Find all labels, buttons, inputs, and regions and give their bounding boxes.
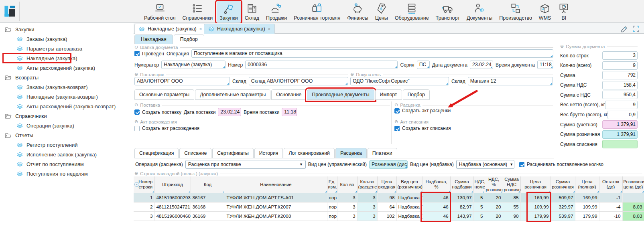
grid-cell[interactable] bbox=[622, 193, 644, 202]
grid-cell[interactable]: 36169 bbox=[191, 211, 225, 221]
toolbar-item-directories[interactable]: Справочники bbox=[179, 1, 215, 22]
grid-cell[interactable]: 36167 bbox=[191, 193, 225, 202]
grid-column-header[interactable]: НДС, % розничный bbox=[485, 176, 503, 193]
doc-date-field[interactable]: 23.02.24 bbox=[470, 61, 493, 69]
toolbar-item-production[interactable]: Производство bbox=[496, 1, 535, 22]
grid-column-header[interactable]: ▲Номер строки bbox=[134, 176, 154, 193]
sidebar-item[interactable]: Накладные (закупка) bbox=[0, 53, 133, 63]
grid-cell[interactable]: 509,97 bbox=[551, 193, 575, 202]
toolbar-item-warehouse[interactable]: Склад bbox=[242, 1, 262, 22]
grid-column-header[interactable]: Сумма розничная bbox=[551, 176, 575, 193]
grid-cell[interactable]: 3 bbox=[357, 211, 377, 221]
collapse-icon[interactable]: ⊖ bbox=[394, 102, 398, 107]
price-delivered-qty-checkbox[interactable] bbox=[519, 162, 524, 167]
sidebar-item[interactable]: Акты расхождений (закупка-возврат) bbox=[0, 101, 133, 111]
grid-cell[interactable]: 20 bbox=[485, 202, 503, 211]
grid-cell[interactable]: 4815196000460 bbox=[154, 211, 191, 221]
create-discrepancy-checkbox[interactable] bbox=[134, 126, 140, 131]
grid-cell[interactable]: ТУФЛИ ЖЕН.ДОМ.АРТ.К2007 bbox=[225, 202, 327, 211]
grid-cell[interactable]: 5 bbox=[473, 211, 485, 221]
tab-sertifikaty[interactable]: Сертификаты bbox=[212, 148, 253, 158]
tab-dopolnitelnye-parametry[interactable]: Дополнительные параметры bbox=[195, 89, 270, 100]
grid-cell[interactable]: 169,99 bbox=[575, 193, 599, 202]
collapse-icon[interactable]: ⊖ bbox=[134, 171, 138, 176]
grid-column-header[interactable]: Кол-во bbox=[337, 176, 357, 193]
sidebar-group[interactable]: Возвраты bbox=[0, 73, 133, 82]
grid-column-header[interactable]: Код bbox=[191, 176, 225, 193]
supplier-sklad-field[interactable]: Склад АВАЛОНТОРГ ООО bbox=[249, 77, 348, 85]
series-field[interactable]: ПС bbox=[417, 61, 430, 69]
sidebar-item[interactable]: Регистр поступлений bbox=[0, 140, 133, 150]
grid-row[interactable]: 2481121502472136168ТУФЛИ ЖЕН.ДОМ.АРТ.К20… bbox=[134, 202, 644, 211]
grid-cell[interactable]: 539,97 bbox=[551, 211, 575, 221]
grid-cell[interactable]: 2 bbox=[134, 202, 154, 211]
grid-cell[interactable]: 64 bbox=[377, 202, 396, 211]
tab-rascenka[interactable]: Расценка bbox=[335, 148, 367, 158]
grid-cell[interactable]: 85 bbox=[503, 193, 520, 202]
grid-column-header[interactable]: Вид цен (розничная) bbox=[396, 176, 423, 193]
tab-podbor[interactable]: Подбор bbox=[174, 34, 204, 44]
grid-cell[interactable]: 179,99 bbox=[520, 211, 551, 221]
collapse-icon[interactable]: ⊖ bbox=[394, 119, 398, 124]
grid-cell[interactable]: 3 bbox=[337, 211, 357, 221]
grid-column-header[interactable]: Цена (полная) bbox=[575, 176, 599, 193]
sidebar-item[interactable]: Исполнение заявок (закупка) bbox=[0, 150, 133, 159]
sidebar-item[interactable]: Заказы (закупка) bbox=[0, 34, 133, 44]
toolbar-item-equipment[interactable]: Оборудование bbox=[392, 1, 432, 22]
number-field[interactable]: 0000336 bbox=[245, 61, 398, 69]
doc-tab-nakladnye[interactable]: Накладные (закупка) × bbox=[134, 24, 206, 34]
grid-column-header[interactable]: Остаток (до) bbox=[599, 176, 622, 193]
tab-osnovnye-parametry[interactable]: Основные параметры bbox=[134, 89, 194, 100]
tab-nakladnaya[interactable]: Накладная bbox=[134, 34, 173, 44]
supplier-field[interactable]: АВАЛОНТОРГ ООО bbox=[134, 77, 230, 85]
toolbar-item-transport[interactable]: Транспорт bbox=[433, 1, 463, 22]
delivery-time-field[interactable]: 11:18 bbox=[282, 108, 297, 116]
tab-platezhi[interactable]: Платежи bbox=[368, 148, 397, 158]
buyer-sklad-field[interactable]: Магазин 12 bbox=[468, 77, 553, 85]
grid-cell[interactable]: пор. bbox=[327, 202, 337, 211]
doc-tab-nakladnaya[interactable]: Накладная (закупка) × bbox=[204, 24, 275, 34]
grid-cell[interactable]: ТУФЛИ ЖЕН.ДОМ.АРТ.FS-A01 bbox=[225, 193, 327, 202]
sidebar-item[interactable]: Накладные (закупка-возврат) bbox=[0, 92, 133, 101]
grid-column-header[interactable]: Кол-во (расценено) bbox=[357, 176, 377, 193]
toolbar-item-purchases[interactable]: Закупки bbox=[217, 1, 241, 22]
edit-pencil-icon[interactable] bbox=[620, 25, 628, 33]
grid-cell[interactable]: 169,99 bbox=[520, 193, 551, 202]
buyer-field[interactable]: ОДО "ЛюксСофтСервис" bbox=[350, 77, 449, 85]
close-icon[interactable]: × bbox=[268, 26, 270, 31]
operation-field[interactable]: Поступление в магазин от поставщика bbox=[191, 49, 553, 58]
grid-cell[interactable]: 8,03 bbox=[622, 211, 644, 221]
grid-cell[interactable]: 20 bbox=[485, 193, 503, 202]
grid-cell[interactable]: 82,97 bbox=[450, 202, 473, 211]
grid-cell[interactable]: пор. bbox=[327, 193, 337, 202]
grid-column-header[interactable]: Цена розничная bbox=[520, 176, 551, 193]
sidebar-item[interactable]: Заказы (закупка-возврат) bbox=[0, 82, 133, 92]
grid-cell[interactable]: 143,97 bbox=[450, 211, 473, 221]
doc-time-field[interactable]: 11:18 bbox=[537, 61, 553, 69]
toolbar-item-retail[interactable]: Розничная торговля bbox=[291, 1, 343, 22]
tab-podbor-2[interactable]: Подбор bbox=[403, 89, 430, 100]
grid-cell[interactable]: 46 bbox=[423, 202, 450, 211]
grid-cell[interactable]: 4811215024721 bbox=[154, 202, 191, 211]
grid-cell[interactable]: 3 bbox=[337, 193, 357, 202]
sidebar-item[interactable]: Акты расхождений (закупка) bbox=[0, 63, 133, 73]
collapse-icon[interactable]: ⊖ bbox=[350, 72, 354, 77]
sidebar-item[interactable]: Операции (закупка) bbox=[0, 121, 133, 130]
sort-icon[interactable]: ▲ bbox=[134, 182, 139, 187]
tab-log-skanirovaniy[interactable]: Лог сканирований bbox=[284, 148, 335, 158]
grid-column-header[interactable]: Сумма надбавки bbox=[450, 176, 473, 193]
grid-cell[interactable]: 98 bbox=[377, 193, 396, 202]
grid-column-header[interactable]: Надбавка, % bbox=[423, 176, 450, 193]
grid-cell[interactable]: 102 bbox=[377, 211, 396, 221]
toolbar-item-prices[interactable]: $ Цены bbox=[372, 1, 391, 22]
grid-cell[interactable]: 36168 bbox=[191, 202, 225, 211]
grid-cell[interactable]: Надбавка (ос bbox=[396, 211, 423, 221]
sidebar-item[interactable]: Поступления по неделям bbox=[0, 169, 133, 178]
sidebar-group[interactable]: Справочники bbox=[0, 111, 133, 121]
toolbar-item-documents[interactable]: Документы bbox=[464, 1, 495, 22]
grid-cell[interactable]: 46 bbox=[423, 193, 450, 202]
tab-istoriya[interactable]: История bbox=[254, 148, 283, 158]
grid-row[interactable]: 3481519600046036169ТУФЛИ ЖЕН.ДОМ.АРТ.К20… bbox=[134, 211, 644, 221]
toolbar-item-sales[interactable]: Продажи bbox=[263, 1, 290, 22]
collapse-icon[interactable]: ⊖ bbox=[134, 119, 138, 124]
